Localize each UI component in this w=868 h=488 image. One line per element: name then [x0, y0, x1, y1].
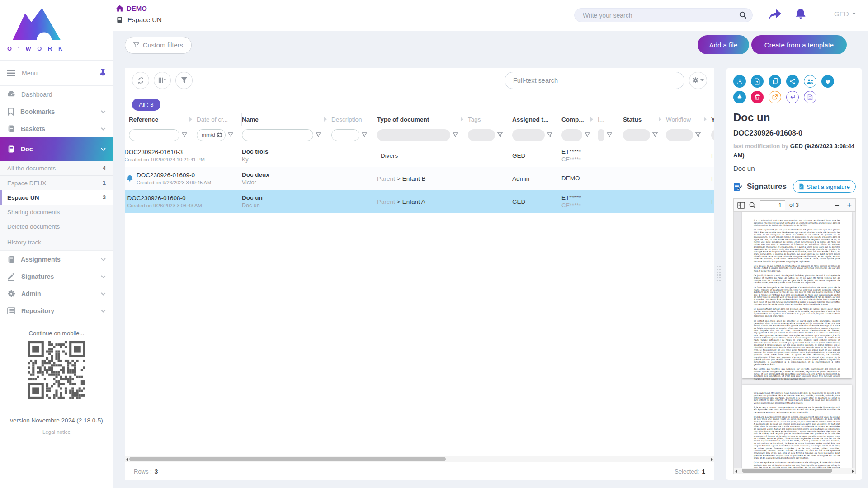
filter-icon[interactable]: [316, 132, 321, 138]
stamp-button[interactable]: [733, 91, 746, 103]
refresh-button[interactable]: [132, 72, 149, 89]
chip-all[interactable]: All : 3: [132, 99, 160, 111]
fulltext-search-input[interactable]: [505, 72, 684, 89]
filter-icon[interactable]: [453, 132, 458, 138]
sidebar-item-repository[interactable]: Repository: [0, 302, 113, 319]
upload-file-button[interactable]: [751, 75, 764, 88]
table-row[interactable]: DOC230926-01610-3 Created on 10/29/2024 …: [125, 144, 714, 167]
column-header-tags[interactable]: Tags: [468, 113, 512, 126]
sidebar-item-baskets[interactable]: Baskets: [0, 120, 113, 137]
sidebar-item-dashboard[interactable]: Dashboard: [0, 86, 113, 103]
download-button[interactable]: [733, 75, 746, 88]
assign-users-button[interactable]: [804, 75, 816, 88]
scroll-right-arrow[interactable]: [711, 458, 713, 461]
column-header-y[interactable]: Y...: [711, 113, 714, 126]
company-filter-select[interactable]: [561, 129, 582, 141]
column-header-type[interactable]: Type of document: [377, 113, 468, 126]
zoom-in-button[interactable]: +: [847, 201, 852, 209]
return-button[interactable]: [786, 91, 799, 103]
horizontal-scrollbar[interactable]: [125, 456, 714, 462]
sidebar-item-signatures[interactable]: Signatures: [0, 268, 113, 285]
user-menu[interactable]: GED: [834, 10, 856, 18]
sidebar-item-deleted-documents[interactable]: Deleted documents: [0, 219, 113, 234]
filter-icon[interactable]: [497, 132, 503, 138]
document-properties-button[interactable]: [804, 91, 816, 103]
sidebar-item-history-track[interactable]: History track: [0, 234, 113, 250]
start-signature-button[interactable]: Start a signature: [793, 180, 856, 193]
search-icon[interactable]: [739, 11, 747, 19]
pdf-preview[interactable]: Il y a aujourd'hui trois cent quarante-h…: [733, 212, 856, 474]
column-header-assigned[interactable]: Assigned t...: [512, 113, 561, 126]
sidebar-item-espace-deux[interactable]: Espace DEUX 1: [0, 176, 113, 190]
sidebar-item-assignments[interactable]: Assignments: [0, 251, 113, 268]
legal-notice-link[interactable]: Legal notice: [0, 429, 113, 435]
column-header-date[interactable]: Date of cr...: [197, 113, 242, 126]
column-header-description[interactable]: Description: [331, 113, 377, 126]
panel-resize-handle[interactable]: [717, 266, 721, 281]
table-row-selected[interactable]: DOC230926-01608-0 Created on 9/26/2023 3…: [125, 190, 714, 213]
column-header-status[interactable]: Status: [623, 113, 666, 126]
column-header-name[interactable]: Name: [242, 113, 331, 126]
sidebar-item-espace-un[interactable]: Espace UN 3: [0, 190, 113, 205]
filter-icon[interactable]: [695, 132, 701, 138]
app-logo[interactable]: O ' W O R K: [0, 0, 113, 60]
filter-icon[interactable]: [547, 132, 552, 138]
assigned-filter-select[interactable]: [512, 129, 545, 141]
delete-button[interactable]: [751, 91, 764, 103]
filter-icon[interactable]: [182, 132, 187, 138]
sidebar-item-doc[interactable]: Doc: [0, 137, 113, 161]
breadcrumb-space[interactable]: Espace UN: [116, 16, 162, 23]
page-number-input[interactable]: [760, 200, 785, 210]
reference-filter-input[interactable]: [129, 129, 179, 141]
menu-toggle[interactable]: Menu: [0, 60, 113, 86]
custom-filters-button[interactable]: Custom filters: [125, 37, 192, 54]
open-external-button[interactable]: [769, 91, 781, 103]
type-filter-select[interactable]: [377, 129, 450, 141]
filter-icon[interactable]: [228, 132, 233, 138]
scrollbar-thumb[interactable]: [129, 457, 446, 461]
list-settings-button[interactable]: [689, 72, 707, 89]
sidebar-item-admin[interactable]: Admin: [0, 285, 113, 302]
notifications-bell-icon[interactable]: [795, 8, 806, 20]
i-filter-select[interactable]: [598, 129, 604, 141]
column-header-workflow[interactable]: Workflow: [666, 113, 711, 126]
filter-icon[interactable]: [652, 132, 658, 138]
table-row[interactable]: w DOC230926-01609-0 Created on 9/26/2023…: [125, 167, 714, 190]
column-header-reference[interactable]: Reference: [129, 113, 197, 126]
columns-button[interactable]: [154, 72, 171, 89]
y-filter-select[interactable]: [711, 129, 714, 141]
sidebar-toggle-icon[interactable]: [737, 202, 745, 209]
zoom-out-button[interactable]: −: [835, 201, 840, 209]
add-file-button[interactable]: Add a file: [698, 35, 749, 54]
date-filter-input[interactable]: [197, 129, 226, 141]
filter-icon[interactable]: [607, 132, 612, 138]
sidebar-item-all-documents[interactable]: All the documents 4: [0, 161, 113, 175]
sidebar-item-bookmarks[interactable]: Bookmarks: [0, 103, 113, 120]
column-header-company[interactable]: Comp...: [561, 113, 598, 126]
scroll-left-arrow[interactable]: [735, 469, 737, 473]
global-search-input[interactable]: [575, 9, 752, 22]
sidebar-item-sharing-documents[interactable]: Sharing documents: [0, 205, 113, 219]
search-icon[interactable]: [749, 202, 756, 209]
breadcrumb-home[interactable]: DEMO: [116, 5, 147, 12]
create-from-template-button[interactable]: Create from a template: [751, 35, 847, 54]
filter-button[interactable]: [175, 72, 193, 89]
share-button[interactable]: [786, 75, 799, 88]
scrollbar-thumb[interactable]: [742, 469, 832, 473]
column-header-i[interactable]: I...: [598, 113, 623, 126]
pin-sidebar-icon[interactable]: [100, 69, 106, 77]
row-company: DEMO: [561, 175, 598, 182]
tags-filter-select[interactable]: [468, 129, 495, 141]
share-icon[interactable]: [769, 9, 781, 20]
pdf-horizontal-scrollbar[interactable]: [734, 468, 855, 474]
filter-icon[interactable]: [362, 132, 367, 138]
filter-icon[interactable]: [585, 132, 590, 138]
favorite-button[interactable]: [821, 75, 834, 88]
workflow-filter-select[interactable]: [666, 129, 693, 141]
scroll-left-arrow[interactable]: [126, 458, 128, 461]
description-filter-input[interactable]: [331, 129, 359, 141]
scroll-right-arrow[interactable]: [852, 469, 854, 473]
name-filter-input[interactable]: [242, 129, 313, 141]
copy-button[interactable]: [769, 75, 781, 88]
status-filter-select[interactable]: [623, 129, 650, 141]
